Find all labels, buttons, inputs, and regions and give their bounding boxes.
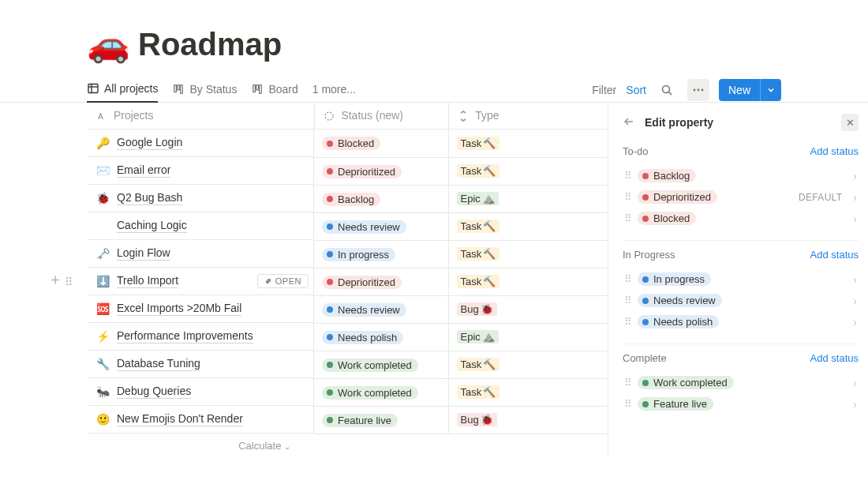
project-cell[interactable]: 🆘Excel Imports >20Mb Fail: [87, 295, 314, 323]
project-cell[interactable]: ✉️Email error: [87, 157, 314, 185]
type-cell[interactable]: Epic⛰️: [448, 185, 608, 212]
status-pill: Needs polish: [638, 315, 719, 328]
table-row[interactable]: ⚡Performance ImprovementsNeeds polishEpi…: [87, 323, 608, 351]
table-row[interactable]: 🐜Debug QueriesWork completedTask🔨: [87, 378, 608, 406]
type-cell[interactable]: Task🔨: [448, 378, 608, 406]
open-button[interactable]: OPEN: [257, 274, 309, 288]
select-icon: [457, 110, 470, 122]
tab-all-projects[interactable]: All projects: [87, 77, 158, 103]
type-cell[interactable]: Task🔨: [448, 351, 608, 378]
status-cell[interactable]: Work completed: [314, 351, 448, 378]
type-cell[interactable]: Epic⛰️: [448, 323, 608, 351]
status-pill: In progress: [638, 272, 711, 286]
add-status-button[interactable]: Add status: [810, 352, 859, 364]
drag-icon[interactable]: ⠿: [624, 316, 631, 328]
status-pill: Deprioritized: [638, 190, 717, 204]
chevron-right-icon: ›: [853, 377, 857, 389]
tab-label: All projects: [104, 82, 158, 95]
type-cell[interactable]: Task🔨: [448, 268, 608, 295]
status-option[interactable]: ⠿Backlog›: [623, 165, 859, 186]
status-cell[interactable]: Deprioritized: [314, 268, 448, 295]
status-cell[interactable]: Deprioritized: [314, 157, 448, 185]
drag-icon[interactable]: ⠿: [624, 212, 631, 224]
table-row[interactable]: ✉️Email errorDeprioritizedTask🔨: [87, 157, 608, 185]
status-cell[interactable]: Needs review: [314, 295, 448, 323]
status-pill: In progress: [322, 248, 395, 261]
status-pill: Blocked: [322, 137, 380, 150]
project-cell[interactable]: 🙂New Emojis Don't Render: [87, 406, 314, 434]
project-cell[interactable]: 🗝️Login Flow: [87, 240, 314, 268]
drag-icon[interactable]: ⠿: [624, 398, 631, 410]
project-cell[interactable]: 🐜Debug Queries: [87, 378, 314, 406]
project-cell[interactable]: 🔧Database Tuning: [87, 351, 314, 378]
status-cell[interactable]: Needs review: [314, 212, 448, 240]
drag-icon[interactable]: ⠿: [624, 377, 631, 389]
drag-icon[interactable]: ⠿: [65, 275, 72, 287]
status-cell[interactable]: Blocked: [314, 130, 448, 158]
calculate-button[interactable]: Calculate ⌄: [87, 434, 314, 458]
project-cell[interactable]: ⚡Performance Improvements: [87, 323, 314, 351]
type-cell[interactable]: Bug🐞: [448, 295, 608, 323]
filter-button[interactable]: Filter: [592, 84, 616, 96]
project-cell[interactable]: Caching Logic: [87, 212, 314, 240]
table-row[interactable]: 🐞Q2 Bug BashBacklogEpic⛰️: [87, 185, 608, 212]
page-title[interactable]: Roadmap: [138, 27, 282, 62]
drag-icon[interactable]: ⠿: [624, 191, 631, 203]
status-cell[interactable]: Needs polish: [314, 323, 448, 351]
table-row[interactable]: Caching LogicNeeds reviewTask🔨: [87, 212, 608, 240]
table-row[interactable]: 🆘Excel Imports >20Mb FailNeeds reviewBug…: [87, 295, 608, 323]
drag-icon[interactable]: ⠿: [624, 273, 631, 285]
status-cell[interactable]: Backlog: [314, 185, 448, 212]
more-icon[interactable]: [687, 79, 709, 101]
status-option[interactable]: ⠿Feature live›: [623, 393, 859, 415]
tab-by-status[interactable]: By Status: [172, 78, 237, 102]
new-button[interactable]: New: [719, 79, 781, 101]
table-row[interactable]: 🔧Database TuningWork completedTask🔨: [87, 351, 608, 378]
add-icon[interactable]: [49, 274, 62, 289]
status-cell[interactable]: Work completed: [314, 378, 448, 406]
project-cell[interactable]: 🔑Google Login: [87, 130, 314, 157]
column-projects[interactable]: Projects: [87, 103, 314, 130]
status-option[interactable]: ⠿Work completed›: [623, 372, 859, 393]
status-option[interactable]: ⠿Blocked›: [623, 208, 859, 229]
row-title: Caching Logic: [117, 219, 187, 233]
svg-rect-3: [174, 84, 177, 92]
column-type[interactable]: Type: [448, 103, 608, 130]
tab-more[interactable]: 1 more...: [312, 78, 356, 102]
project-cell[interactable]: ⬇️Trello Import⠿OPEN: [87, 268, 314, 295]
close-icon[interactable]: ✕: [841, 114, 859, 131]
tab-board[interactable]: Board: [251, 78, 297, 102]
svg-rect-6: [253, 84, 256, 92]
status-group: To-doAdd status⠿Backlog›⠿DeprioritizedDE…: [623, 142, 859, 240]
status-cell[interactable]: Feature live: [314, 406, 448, 434]
table-row[interactable]: 🙂New Emojis Don't RenderFeature liveBug🐞: [87, 406, 608, 434]
status-cell[interactable]: In progress: [314, 240, 448, 268]
group-name: In Progress: [623, 249, 675, 261]
sort-button[interactable]: Sort: [626, 84, 646, 96]
drag-icon[interactable]: ⠿: [624, 170, 631, 182]
type-tag: Epic⛰️: [457, 192, 499, 205]
back-icon[interactable]: [623, 115, 635, 130]
drag-icon[interactable]: ⠿: [624, 295, 631, 306]
status-option[interactable]: ⠿Needs polish›: [623, 311, 859, 332]
page-emoji[interactable]: 🚗: [87, 24, 130, 65]
type-cell[interactable]: Task🔨: [448, 240, 608, 268]
status-option[interactable]: ⠿DeprioritizedDEFAULT›: [623, 186, 859, 208]
project-cell[interactable]: 🐞Q2 Bug Bash: [87, 185, 314, 212]
search-icon[interactable]: [656, 79, 678, 101]
table-row[interactable]: 🔑Google LoginBlockedTask🔨: [87, 130, 608, 158]
chevron-down-icon[interactable]: [760, 79, 781, 101]
add-status-button[interactable]: Add status: [810, 145, 859, 157]
table-row[interactable]: ⬇️Trello Import⠿OPENDeprioritizedTask🔨: [87, 268, 608, 295]
add-status-button[interactable]: Add status: [810, 249, 859, 261]
type-cell[interactable]: Bug🐞: [448, 406, 608, 434]
type-cell[interactable]: Task🔨: [448, 212, 608, 240]
type-cell[interactable]: Task🔨: [448, 130, 608, 158]
status-option[interactable]: ⠿In progress›: [623, 268, 859, 290]
status-option[interactable]: ⠿Needs review›: [623, 290, 859, 311]
column-status[interactable]: Status (new): [314, 103, 448, 130]
group-name: Complete: [623, 352, 667, 364]
type-cell[interactable]: Task🔨: [448, 157, 608, 185]
table-row[interactable]: 🗝️Login FlowIn progressTask🔨: [87, 240, 608, 268]
row-emoji: 🐞: [95, 192, 110, 205]
